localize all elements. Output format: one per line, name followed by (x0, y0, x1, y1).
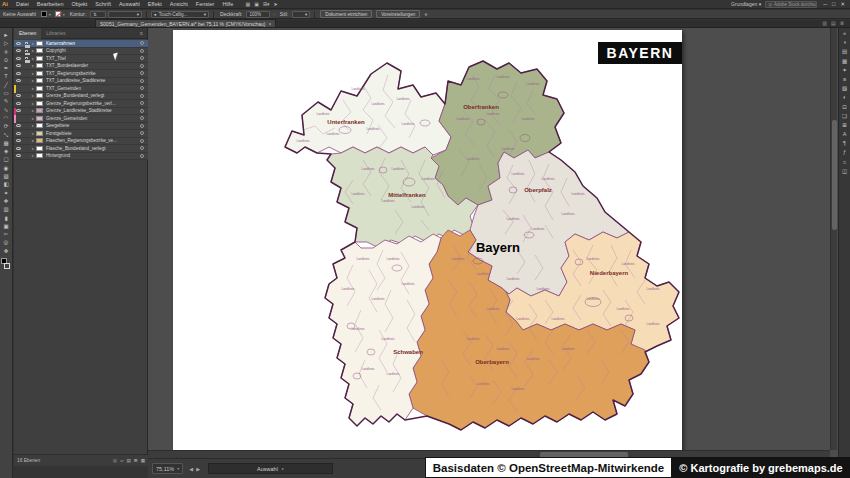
current-tool-field[interactable]: Auswahl ▸ (208, 463, 333, 474)
paragraph-panel-icon[interactable]: ¶ (843, 140, 846, 146)
layer-row[interactable]: ▸TXT_Bundeslaender (14, 63, 148, 71)
visibility-toggle[interactable] (14, 147, 23, 150)
layer-row[interactable]: ▸TXT_Gemeinden (14, 85, 148, 93)
visibility-toggle[interactable] (14, 94, 23, 97)
stroke-unit-select[interactable]: ▾ (108, 11, 142, 18)
target-circle-icon[interactable] (140, 131, 144, 135)
clipping-mask-icon[interactable]: ▱ (120, 458, 124, 463)
layer-row[interactable]: ▸Flaeche_Bundesland_verlegt (14, 145, 148, 153)
tool-magic-wand[interactable]: ✛ (1, 48, 12, 56)
new-layer-icon[interactable]: ⊞ (134, 458, 138, 463)
document-tab[interactable]: S0051_Germany_Gemeinden_BAYERN.ai* bei 7… (95, 19, 276, 27)
target-circle-icon[interactable] (140, 109, 144, 113)
target-circle-icon[interactable] (140, 86, 144, 90)
delete-layer-icon[interactable]: ▦ (141, 458, 145, 463)
layer-row[interactable]: ▸Hintergrund (14, 153, 148, 161)
swatches-panel-icon[interactable]: ▤ (842, 48, 847, 54)
menu-hilfe[interactable]: Hilfe (218, 1, 237, 7)
preferences-button[interactable]: Voreinstellungen (376, 10, 420, 18)
target-circle-icon[interactable] (140, 56, 144, 60)
tool-direct-selection[interactable]: ▷ (1, 39, 12, 47)
zoom-level-select[interactable]: 75,11% ▾ (152, 463, 183, 474)
layer-row[interactable]: ▸Grenze_Landkreise_Stadtkreise (14, 108, 148, 116)
visibility-toggle[interactable] (14, 49, 23, 52)
opacity-value-field[interactable]: 100% (246, 11, 270, 18)
target-circle-icon[interactable] (140, 116, 144, 120)
visibility-toggle[interactable] (14, 124, 23, 127)
layers-panel-icon[interactable]: ❏ (842, 113, 847, 119)
tool-pen[interactable]: ✒ (1, 64, 12, 72)
tool-graph[interactable]: ▮ (1, 214, 12, 222)
menu-objekt[interactable]: Objekt (67, 1, 91, 7)
tool-artboard[interactable]: ▣ (1, 222, 12, 230)
target-circle-icon[interactable] (140, 124, 144, 128)
menu-ansicht[interactable]: Ansicht (166, 1, 192, 7)
align-panel-icon[interactable]: ⌗ (843, 159, 846, 165)
document-setup-button[interactable]: Dokument einrichten (320, 10, 372, 18)
pathfinder-panel-icon[interactable]: ◫ (842, 168, 847, 174)
layer-row[interactable]: ▸Kartenrahmen (14, 40, 148, 48)
target-circle-icon[interactable] (140, 79, 144, 83)
workspace-switcher[interactable]: Grundlagen ▾ (727, 1, 765, 7)
layer-row[interactable]: ▸Grenze_Gemeinden (14, 115, 148, 123)
tool-selection[interactable]: ► (1, 31, 12, 39)
layer-row[interactable]: ▸Forstgebiete (14, 130, 148, 138)
tab-arrange-icon-2[interactable]: ▤ (831, 20, 836, 26)
visibility-toggle[interactable] (14, 79, 23, 82)
symbols-panel-icon[interactable]: ✦ (842, 67, 847, 73)
layer-row[interactable]: ▸Flaechen_Regierungsbezirke_ve... (14, 138, 148, 146)
tool-shape-builder[interactable]: ▢ (1, 155, 12, 163)
layer-row[interactable]: ▸Grenze_Regierungsbezirke_verl... (14, 100, 148, 108)
stroke-swatch[interactable] (4, 263, 10, 269)
tool-eraser[interactable]: ◠ (1, 114, 12, 122)
visibility-toggle[interactable] (14, 72, 23, 75)
visibility-toggle[interactable] (14, 102, 23, 105)
layer-row[interactable]: ▸TXT_Titel (14, 55, 148, 63)
target-circle-icon[interactable] (140, 41, 144, 45)
vertical-scrollbar-thumb[interactable] (832, 120, 837, 230)
tool-gradient[interactable]: ◧ (1, 180, 12, 188)
menu-effekt[interactable]: Effekt (144, 1, 166, 7)
stock-search-input[interactable]: ◎ Adobe Stock durchsuchen (765, 1, 817, 8)
tool-perspective-grid[interactable]: ◉ (1, 164, 12, 172)
layer-row[interactable]: ▸TXT_Landkreise_Stadtkreise (14, 78, 148, 86)
prev-artboard-icon[interactable]: ◀ (189, 466, 193, 472)
tab-arrange-icon-1[interactable]: ▥ (822, 20, 827, 26)
tool-pencil[interactable]: ∿ (1, 106, 12, 114)
maximize-button[interactable]: □ (832, 1, 835, 7)
tool-hand[interactable]: ✥ (1, 247, 12, 255)
opentype-panel-icon[interactable]: ƒ (843, 149, 846, 155)
tab-libraries[interactable]: Libraries (41, 28, 70, 39)
visibility-toggle[interactable] (14, 64, 23, 67)
target-circle-icon[interactable] (140, 154, 144, 158)
next-artboard-icon[interactable]: ▶ (196, 466, 200, 472)
tool-line[interactable]: ╱ (1, 81, 12, 89)
visibility-toggle[interactable] (14, 42, 23, 45)
collapse-panels-icon[interactable]: « (843, 30, 846, 36)
target-circle-icon[interactable] (140, 64, 144, 68)
color-panel-icon[interactable]: ◑ (843, 39, 846, 45)
minimize-button[interactable]: ─ (823, 1, 827, 7)
appearance-panel-icon[interactable]: ⊡ (842, 104, 847, 110)
visibility-toggle[interactable] (14, 154, 23, 157)
menu-datei[interactable]: Datei (12, 1, 33, 7)
arrange-documents-icon[interactable]: ⊞▾ (263, 1, 270, 7)
tool-zoom[interactable]: ◎ (1, 238, 12, 246)
layer-row[interactable]: ▸TXT_Regierungsbezirke (14, 70, 148, 78)
stroke-panel-icon[interactable]: ≡ (843, 76, 846, 82)
menu-bearbeiten[interactable]: Bearbeiten (33, 1, 68, 7)
panel-menu-icon[interactable]: ≡ (140, 30, 147, 36)
tab-ebenen[interactable]: Ebenen (14, 28, 41, 39)
tool-symbol-sprayer[interactable]: ▥ (1, 205, 12, 213)
share-icon[interactable]: ➤ (274, 1, 278, 7)
target-circle-icon[interactable] (140, 71, 144, 75)
transparency-panel-icon[interactable]: ◐ (843, 94, 846, 100)
target-circle-icon[interactable] (140, 94, 144, 98)
tool-blend[interactable]: ❖ (1, 197, 12, 205)
visibility-toggle[interactable] (14, 132, 23, 135)
tab-close-icon[interactable]: × (268, 21, 271, 27)
target-circle-icon[interactable] (140, 146, 144, 150)
document-icon[interactable]: ▣ (254, 1, 259, 7)
target-circle-icon[interactable] (140, 139, 144, 143)
canvas-area[interactable]: LandkreisLandkreis LandkreisLandkreis La… (148, 28, 850, 478)
